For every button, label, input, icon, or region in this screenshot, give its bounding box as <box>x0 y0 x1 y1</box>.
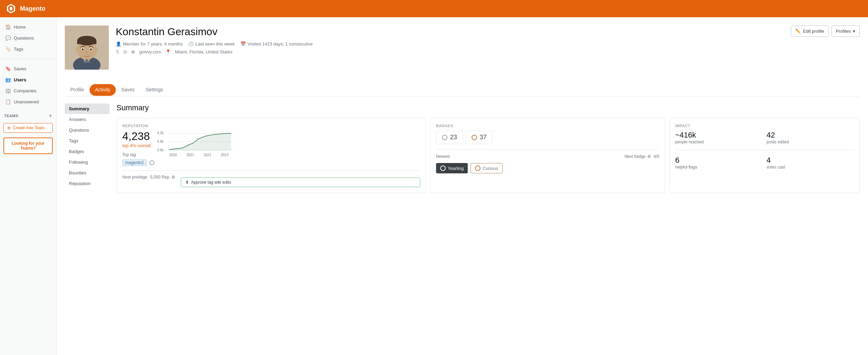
svg-text:4.2k: 4.2k <box>157 131 164 135</box>
svg-text:2022: 2022 <box>204 153 211 157</box>
helpful-flags-number: 6 <box>675 156 762 165</box>
profiles-dropdown-button[interactable]: Profiles ▾ <box>831 26 860 37</box>
badge-counts: 23 37 <box>436 131 660 144</box>
sidebar-divider-1 <box>0 59 56 59</box>
impact-grid: ~416k people reached 42 posts edited 6 h… <box>675 131 854 170</box>
sidebar-item-unanswered[interactable]: 📋 Unanswered <box>0 96 56 107</box>
profile-meta: 👤 Member for 7 years, 6 months 🕐 Last se… <box>116 41 313 47</box>
website-icon[interactable]: ⊕ <box>131 49 135 54</box>
sidebar-item-questions[interactable]: 💬 Questions <box>0 32 56 43</box>
posts-edited-label: posts edited <box>767 140 854 144</box>
member-since-text: Member for 7 years, 6 months <box>123 41 183 47</box>
visited-text: Visited 1423 days, 1 consecutive <box>248 41 313 47</box>
logo-area[interactable]: Magento <box>6 3 45 14</box>
svg-text:3.6k: 3.6k <box>157 148 164 152</box>
sub-nav: Summary Answers Questions Tags Badges Fo… <box>65 103 110 193</box>
next-privilege-label: Next privilege <box>122 175 147 180</box>
svg-marker-2 <box>10 7 12 11</box>
yearling-label: Yearling <box>448 166 464 171</box>
avatar-image <box>65 26 109 70</box>
next-badge-label: Next badge <box>624 154 645 159</box>
privilege-gear-icon[interactable]: ⚙ <box>172 175 175 180</box>
top-percent[interactable]: top 4% overall <box>122 143 154 148</box>
badge-gear-icon[interactable]: ⚙ <box>647 154 651 159</box>
edit-profile-button[interactable]: ✏️ Edit profile <box>791 26 828 37</box>
profile-links: 𝕏 ⊙ ⊕ goivvy.com 📍 Miami, Florida, Unite… <box>116 49 313 54</box>
tab-activity[interactable]: Activity <box>90 84 116 96</box>
sidebar-label-questions: Questions <box>14 36 34 41</box>
reputation-chart: 4.2k 3.9k 3.6k <box>157 131 420 166</box>
svg-point-11 <box>82 48 84 50</box>
top-tag-row: magento2 <box>122 159 154 166</box>
member-icon: 👤 <box>116 41 121 47</box>
svg-point-12 <box>90 48 92 50</box>
sidebar-item-saves[interactable]: 🔖 Saves <box>0 63 56 74</box>
sub-nav-tags[interactable]: Tags <box>65 135 110 146</box>
next-privilege-header: Next privilege 5,000 Rep. ⚙ <box>122 175 175 180</box>
votes-cast-stat: 4 votes cast <box>767 156 854 170</box>
looking-teams-label: Looking for your Teams? <box>12 141 44 151</box>
sub-nav-answers[interactable]: Answers <box>65 114 110 125</box>
tab-profile[interactable]: Profile <box>65 83 90 97</box>
clock-icon: 🕐 <box>188 41 194 47</box>
newest-badge-label: Newest <box>436 154 450 159</box>
posts-edited-stat: 42 posts edited <box>767 131 854 144</box>
edit-profile-label: Edit profile <box>803 29 824 34</box>
sidebar-item-tags[interactable]: 🏷️ Tags <box>0 43 56 54</box>
website-link[interactable]: goivvy.com <box>139 49 161 54</box>
sidebar-item-home[interactable]: 🏠 Home <box>0 21 56 32</box>
badge-items-row: Yearling Curious <box>436 163 660 173</box>
next-badge-header: Next badge ⚙ 4/5 <box>624 154 659 159</box>
github-icon[interactable]: ⊙ <box>123 49 127 54</box>
teams-section-header: TEAMS + <box>0 107 56 120</box>
questions-icon: 💬 <box>5 35 11 41</box>
visited: 📅 Visited 1423 days, 1 consecutive <box>240 41 313 47</box>
svg-text:2020: 2020 <box>169 153 177 157</box>
next-privilege-rep: 5,000 Rep. <box>150 175 170 180</box>
curious-badge-icon <box>475 165 480 171</box>
helpful-flags-stat: 6 helpful flags <box>675 156 762 170</box>
sidebar-label-saves: Saves <box>14 66 26 71</box>
svg-rect-8 <box>77 41 96 44</box>
sidebar-item-companies[interactable]: 🏢 Companies <box>0 85 56 96</box>
tab-saves[interactable]: Saves <box>116 83 140 97</box>
member-since: 👤 Member for 7 years, 6 months <box>116 41 183 47</box>
teams-add-button[interactable]: + <box>49 113 52 119</box>
yearling-badge: Yearling <box>436 163 468 173</box>
reputation-card: REPUTATION 4,238 top 4% overall Top tag … <box>116 118 426 193</box>
reputation-chart-area: 4,238 top 4% overall Top tag magento2 <box>122 131 420 166</box>
sub-nav-following[interactable]: Following <box>65 157 110 168</box>
sidebar-item-users[interactable]: 👥 Users <box>0 74 56 85</box>
pencil-icon: ✏️ <box>795 29 801 34</box>
reputation-number: 4,238 <box>122 131 154 142</box>
svg-text:2023: 2023 <box>221 153 229 157</box>
summary-content: Summary REPUTATION 4,238 top 4% overall … <box>116 103 860 193</box>
privilege-button[interactable]: ⬆ Approve tag wiki edits <box>181 178 420 187</box>
sub-nav-reputation[interactable]: Reputation <box>65 178 110 189</box>
sub-nav-badges[interactable]: Badges <box>65 146 110 157</box>
teams-label: TEAMS <box>4 114 18 118</box>
privilege-action-label: Approve tag wiki edits <box>191 180 231 185</box>
profile-actions: ✏️ Edit profile Profiles ▾ <box>791 26 860 37</box>
sidebar-label-companies: Companies <box>14 88 37 93</box>
svg-text:2021: 2021 <box>186 153 194 157</box>
tab-settings[interactable]: Settings <box>140 83 169 97</box>
looking-teams-button[interactable]: Looking for your Teams? <box>3 138 53 154</box>
logo-text: Magento <box>20 5 45 12</box>
reputation-chart-svg: 4.2k 3.9k 3.6k <box>157 131 233 158</box>
home-icon: 🏠 <box>5 24 11 30</box>
badge-progress: 4/5 <box>654 154 660 159</box>
svg-point-14 <box>75 47 79 52</box>
twitter-icon[interactable]: 𝕏 <box>116 49 119 54</box>
top-tag-badge[interactable]: magento2 <box>122 159 147 166</box>
sub-nav-questions[interactable]: Questions <box>65 125 110 135</box>
create-team-button[interactable]: ⊕ Create free Team <box>3 123 53 133</box>
main-content: Konstantin Gerasimov 👤 Member for 7 year… <box>56 17 868 355</box>
tags-icon: 🏷️ <box>5 46 11 52</box>
badges-card: BADGES 23 37 <box>430 118 665 193</box>
yearling-badge-icon <box>440 165 446 171</box>
page-layout: 🏠 Home 💬 Questions 🏷️ Tags 🔖 Saves 👥 Use… <box>0 17 868 355</box>
last-seen-text: Last seen this week <box>195 41 235 47</box>
sub-nav-bounties[interactable]: Bounties <box>65 168 110 178</box>
sub-nav-summary[interactable]: Summary <box>65 103 110 114</box>
